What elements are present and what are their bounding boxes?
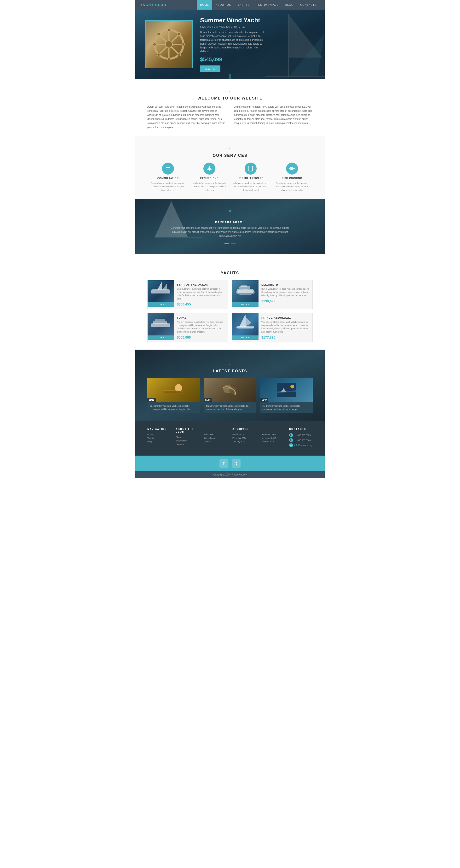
svg-point-14 [167, 29, 170, 31]
nav-home[interactable]: HOME [197, 0, 212, 9]
phone-icon-2: 📞 [289, 438, 293, 442]
footer-phone-2: 📞 +1 800 603 6066 [289, 438, 313, 442]
yacht-info-1: STAR OF THE OCEAN Duis autem vel eum iri… [174, 280, 228, 309]
logo: YACHT CLUB [140, 3, 166, 7]
email-icon: ✉ [289, 443, 293, 447]
post-date-1: 21/12 [147, 398, 156, 402]
footer-consultation-link[interactable]: Consultation [204, 437, 228, 439]
footer-club-col: ABOUT THE CLUB About us Testimonials Con… [175, 428, 199, 448]
articles-icon [244, 162, 257, 175]
svg-rect-68 [281, 391, 286, 392]
footer-nav-blog[interactable]: Blog [147, 440, 171, 443]
fish-icon [286, 162, 298, 175]
yacht-more-3[interactable]: MORE [147, 336, 174, 340]
footer-february-2014[interactable]: February 2014 [232, 437, 256, 439]
testimonial-nav-2[interactable] [231, 243, 235, 244]
helm-wheel [150, 25, 188, 64]
hero-text: Summer Wind Yacht SES AUTEM VEL EUM IRIU… [200, 17, 267, 72]
main-nav: HOME ABOUT US YACHTS TESTIMONIALS BLOG C… [197, 0, 320, 9]
testimonial-nav-1[interactable] [225, 243, 229, 244]
nav-about[interactable]: ABOUT US [212, 0, 234, 9]
svg-rect-55 [236, 326, 254, 328]
footer-club-contacts[interactable]: Contacts [175, 443, 199, 445]
yacht-more-1[interactable]: MORE [147, 302, 174, 307]
svg-rect-47 [151, 323, 170, 327]
footer-club-testimonials[interactable]: Testimonials [175, 439, 199, 442]
post-text-1: Saendrerit in vulputate velit esse moles… [147, 402, 200, 413]
yacht-price-4: $177,890 [261, 336, 309, 339]
svg-point-34 [290, 168, 291, 168]
yacht-title-4: PRINCE ABDULAZIZ [261, 316, 309, 319]
svg-point-17 [182, 43, 185, 46]
yacht-info-4: PRINCE ABDULAZIZ Velit esse molestie con… [259, 313, 313, 342]
services-dots: · · · [147, 141, 313, 153]
nav-yachts[interactable]: YACHTS [234, 0, 253, 9]
yacht-img-3: MORE [147, 313, 174, 340]
email-address[interactable]: info@template.org [294, 444, 312, 446]
nav-testimonials[interactable]: TESTIMONIALS [253, 0, 282, 9]
post-img-2: 01/06 [204, 378, 256, 402]
header: YACHT CLUB HOME ABOUT US YACHTS TESTIMON… [135, 0, 325, 9]
footer-nav-home[interactable]: Home [147, 433, 171, 436]
yacht-title-2: ELIZABETH [261, 283, 309, 286]
svg-rect-59 [165, 391, 182, 392]
excursions-name: EXCURSIONS [191, 177, 227, 180]
yacht-img-4: MORE [232, 313, 259, 340]
phone-icon-1: 📞 [289, 433, 293, 437]
svg-marker-51 [239, 315, 245, 327]
svg-point-19 [178, 53, 180, 56]
svg-point-15 [167, 57, 170, 60]
footer-december-2013[interactable]: December 2013 [261, 433, 284, 436]
footer-november-2013[interactable]: November 2013 [261, 437, 284, 439]
yacht-more-4[interactable]: MORE [232, 336, 259, 340]
footer-nav-title: NAVIGATION [147, 428, 171, 430]
facebook-button[interactable]: f [220, 459, 228, 468]
posts-title: LATEST POSTS [147, 369, 313, 373]
footer-contacts-col: CONTACTS 📞 +1 800 603 6035 📞 +1 800 603 … [289, 428, 313, 448]
yacht-card-4: MORE PRINCE ABDULAZIZ Velit esse molesti… [232, 313, 313, 342]
post-text-3: Vu drent in vulputate velit esse molesti… [260, 402, 313, 413]
svg-point-21 [157, 53, 160, 56]
footer-main: NAVIGATION Home Yachts Blog ABOUT THE CL… [135, 421, 325, 456]
yachts-title: YACHTS [147, 271, 313, 275]
post-date-2: 01/06 [204, 398, 212, 402]
nav-blog[interactable]: BLOG [282, 0, 297, 9]
svg-point-32 [289, 167, 294, 170]
footer-phone-1: 📞 +1 800 603 6035 [289, 433, 313, 437]
post-img-1: 21/12 [147, 378, 200, 402]
testimonial-navigation [147, 243, 313, 244]
footer-clients-link[interactable]: Clients [204, 440, 228, 443]
footer-nav-col: NAVIGATION Home Yachts Blog [147, 428, 171, 448]
nav-contacts[interactable]: CONTACTS [297, 0, 320, 9]
services-section: · · · OUR SERVICES CONSULTATION Derue do… [135, 136, 325, 199]
footer-january-2014[interactable]: January 2014 [232, 440, 256, 443]
svg-point-20 [178, 33, 180, 35]
yacht-more-2[interactable]: MORE [232, 302, 259, 307]
footer-nav-yachts[interactable]: Yachts [147, 437, 171, 439]
footer-whatwedo-link[interactable]: What We Do [204, 433, 228, 436]
yacht-title-1: STAR OF THE OCEAN [177, 283, 225, 286]
copyright-text: Copyright 2015 * Privacy policy [213, 473, 247, 476]
post-date-3: 12/07 [260, 398, 269, 402]
footer-archives-col2: - December 2013 November 2013 October 20… [261, 428, 284, 448]
svg-marker-52 [245, 317, 251, 327]
footer-march-2014[interactable]: March 2014 [232, 433, 256, 436]
consultation-name: CONSULTATION [150, 177, 186, 180]
logo-club: CLUB [155, 3, 166, 7]
hero-price: $545,099 [200, 56, 267, 63]
hero-more-button[interactable]: MORE [200, 65, 221, 72]
yachts-section: · · · YACHTS MORE STAR OF THE OCEAN Duis… [135, 254, 325, 350]
footer-october-2013[interactable]: October 2013 [261, 440, 284, 443]
twitter-button[interactable]: t [232, 459, 240, 468]
post-card-3: 12/07 Vu drent in vulputate velit esse m… [260, 378, 313, 413]
svg-point-18 [157, 33, 160, 35]
consultation-icon [162, 162, 174, 175]
yacht-desc-1: Duis autem vel eum iriure dolor in hendr… [177, 287, 225, 301]
welcome-columns: Autem vel eum iriure dolor in hendrerit … [147, 105, 313, 129]
hero-image [145, 20, 193, 68]
footer-club-about[interactable]: About us [175, 436, 199, 438]
yacht-title-3: TOPAZ [177, 316, 225, 319]
hero-title: Summer Wind Yacht [200, 17, 267, 24]
consultation-desc: Derue dolor in hendrerit in vulputate ve… [150, 182, 186, 192]
yacht-img-1: MORE [147, 280, 174, 307]
